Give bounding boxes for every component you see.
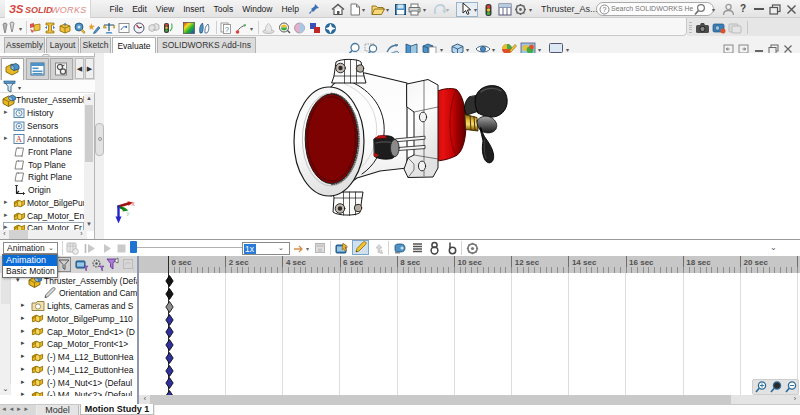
- svg-text:y: y: [127, 210, 130, 216]
- svg-text:A: A: [16, 135, 22, 144]
- svg-text:x: x: [132, 200, 136, 207]
